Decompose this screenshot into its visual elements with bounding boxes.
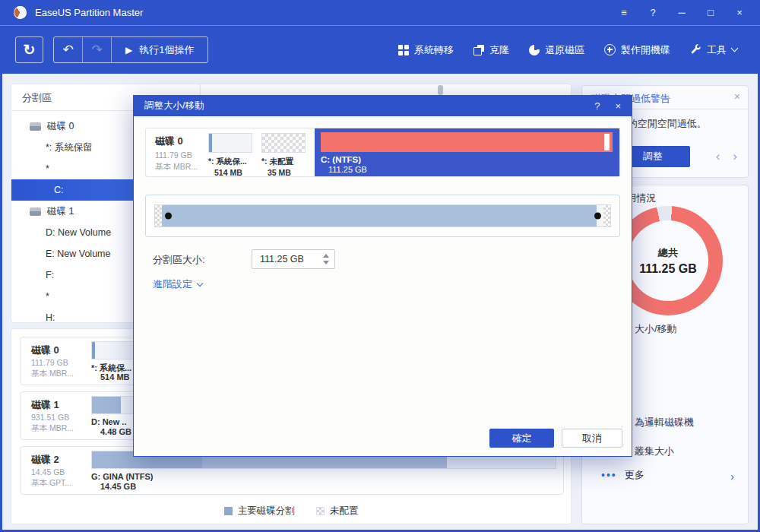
more-dots-icon: ••• (601, 469, 617, 481)
used-space-sliver (92, 342, 95, 359)
disk-name: 磁碟 0 (31, 344, 59, 357)
partition-label: *: 系統保... (208, 157, 261, 167)
warning-close-icon[interactable]: × (734, 90, 740, 103)
legend-label: 主要磁碟分割 (238, 505, 295, 518)
tools-button[interactable]: 工具 (690, 43, 737, 57)
partition-size: 4.48 GB (100, 427, 131, 436)
chevron-down-icon (197, 280, 203, 286)
slider-right-handle[interactable] (594, 213, 601, 220)
disk-name: 磁碟 2 (31, 453, 59, 467)
more-label: 更多 (625, 468, 644, 482)
partition-label: D: New .. (91, 417, 126, 426)
legend-primary-partition: 主要磁碟分割 (224, 505, 295, 518)
advanced-settings-label: 進階設定 (153, 277, 192, 291)
maximize-icon[interactable]: □ (696, 0, 725, 25)
slider-left-handle[interactable] (165, 213, 172, 220)
partition-bar (208, 133, 252, 153)
dialog-help-icon[interactable]: ? (594, 100, 600, 112)
partition-size: 14.45 GB (100, 482, 136, 491)
spinner-up-icon[interactable] (323, 254, 329, 258)
partition-size-input[interactable]: 111.25 GB (252, 249, 335, 269)
app-window: EaseUS Partition Master ≡ ? ─ □ × ↻ ↶ ↷ … (0, 0, 760, 532)
partition-size-label: 分割區大小: (153, 253, 205, 267)
tree-item-label: 磁碟 1 (47, 205, 74, 218)
scrollbar-thumb[interactable] (438, 85, 443, 95)
primary-partition-swatch-icon (224, 507, 233, 515)
more-arrow-icon[interactable]: › (730, 470, 734, 483)
bootable-media-icon (604, 44, 616, 55)
bootable-media-button[interactable]: 製作開機碟 (604, 43, 670, 57)
refresh-button[interactable]: ↻ (15, 36, 43, 63)
tree-item-label: C: (54, 185, 64, 195)
legend: 主要磁碟分割 未配置 (11, 505, 571, 518)
partition-size: 35 MB (268, 168, 315, 177)
clone-button[interactable]: 克隆 (473, 43, 509, 57)
dialog-disk-info: 磁碟 0 111.79 GB 基本 MBR... (146, 128, 208, 176)
ok-button[interactable]: 確定 (489, 429, 554, 448)
toolbar-actions: 系統轉移 克隆 還原磁區 製作開機碟 工具 (398, 43, 737, 57)
dialog-close-icon[interactable]: × (615, 100, 621, 112)
tree-item-label: H: (46, 312, 55, 323)
bootable-media-label: 製作開機碟 (621, 43, 670, 57)
dialog-title: 調整大小/移動 (144, 100, 579, 112)
disk-type: 基本 GPT... (31, 478, 71, 489)
menu-icon[interactable]: ≡ (610, 0, 638, 25)
clone-icon (473, 45, 484, 55)
advanced-settings-link[interactable]: 進階設定 (153, 277, 202, 291)
partition-label: *: 未配置 (261, 157, 315, 167)
action-cluster-size[interactable]: 叢集大小 (635, 445, 674, 458)
execute-operations-button[interactable]: ▶ 執行1個操作 (112, 37, 207, 62)
dialog-disk-name: 磁碟 0 (155, 135, 208, 148)
partition-cell-unallocated[interactable]: *: 未配置 35 MB (261, 128, 315, 176)
action-resize-move[interactable]: 大小/移動 (635, 322, 677, 336)
chevron-down-icon (731, 45, 739, 52)
restore-partition-label: 還原磁區 (545, 43, 584, 57)
tree-item-label: E: New Volume (46, 249, 110, 259)
tree-item-label: 磁碟 0 (47, 120, 74, 133)
disk-type: 基本 MBR... (31, 369, 74, 379)
restore-partition-icon (529, 45, 540, 55)
disk-size: 14.45 GB (31, 467, 65, 477)
partition-size: 514 MB (214, 168, 261, 177)
unallocated-swatch-icon (316, 507, 325, 515)
tools-label: 工具 (707, 43, 727, 57)
disk-icon (30, 207, 41, 216)
cancel-button[interactable]: 取消 (562, 429, 622, 448)
disk-size: 931.51 GB (31, 413, 69, 422)
prev-arrow-icon[interactable]: ‹ (716, 149, 720, 164)
spinner-down-icon[interactable] (323, 261, 329, 264)
undo-button[interactable]: ↶ (54, 37, 82, 62)
resize-slider-box (145, 195, 620, 237)
disk-name: 磁碟 1 (31, 398, 59, 412)
minimize-icon[interactable]: ─ (667, 0, 696, 25)
help-icon[interactable]: ? (638, 0, 667, 25)
execute-operations-label: 執行1個操作 (139, 43, 194, 57)
window-controls: ≡ ? ─ □ × (610, 0, 754, 25)
resize-slider-track[interactable] (154, 204, 611, 227)
play-icon: ▶ (125, 45, 132, 55)
next-arrow-icon[interactable]: › (733, 149, 737, 164)
partition-label: C: (NTFS) (321, 155, 613, 164)
redo-button[interactable]: ↷ (83, 37, 111, 62)
close-icon[interactable]: × (725, 0, 754, 25)
more-button[interactable]: ••• 更多 (601, 468, 644, 482)
easeus-logo-icon (14, 6, 27, 19)
system-migration-button[interactable]: 系統轉移 (398, 43, 454, 57)
resize-move-dialog: 調整大小/移動 ? × 磁碟 0 111.79 GB 基本 MBR... *: … (133, 95, 632, 457)
tree-item-label: D: New Volume (46, 227, 111, 238)
partition-cell-system-reserved[interactable]: *: 系統保... 514 MB (208, 128, 261, 176)
restore-partition-button[interactable]: 還原磁區 (529, 43, 584, 57)
partition-size-value: 111.25 GB (260, 250, 304, 268)
tree-item-label: F: (46, 270, 54, 280)
action-convert-logical[interactable]: 為邏輯磁碟機 (635, 416, 694, 429)
c-partition-usage-bar (321, 132, 613, 152)
slider-right-stub (603, 205, 610, 226)
warning-pagination: ‹ › (716, 149, 737, 164)
slider-fill[interactable] (162, 205, 597, 226)
dialog-header[interactable]: 調整大小/移動 ? × (134, 96, 632, 116)
donut-total-value: 111.25 GB (639, 262, 697, 276)
dialog-disk-size: 111.79 GB (155, 150, 208, 160)
partition-cell-c-selected[interactable]: C: (NTFS) 111.25 GB (315, 128, 619, 176)
wrench-icon (690, 43, 701, 57)
disk-size: 111.79 GB (31, 358, 68, 367)
